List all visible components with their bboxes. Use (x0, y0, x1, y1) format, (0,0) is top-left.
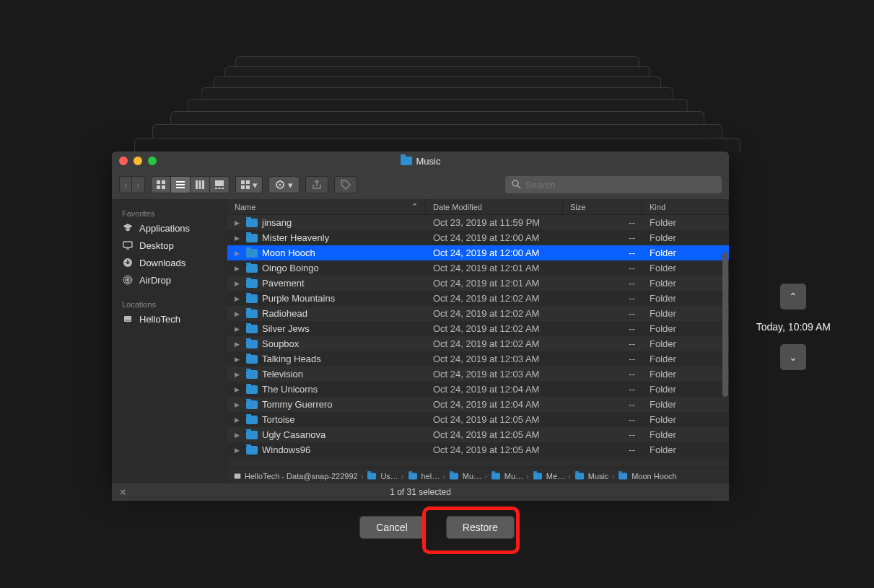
search-field[interactable] (505, 176, 722, 193)
file-row[interactable]: ▶Silver JewsOct 24, 2019 at 12:02 AM--Fo… (227, 321, 729, 336)
gallery-view-button[interactable] (209, 176, 230, 193)
svg-rect-28 (125, 320, 131, 321)
file-kind: Folder (642, 263, 729, 273)
sidebar-item-hellotech[interactable]: HelloTech (112, 310, 227, 328)
folder-icon (491, 473, 500, 479)
zoom-window-button[interactable] (148, 157, 157, 165)
disclosure-triangle-icon[interactable]: ▶ (235, 386, 242, 393)
disclosure-triangle-icon[interactable]: ▶ (235, 250, 242, 257)
sidebar-item-downloads[interactable]: Downloads (112, 254, 227, 271)
file-kind: Folder (642, 323, 729, 334)
file-size: -- (563, 444, 642, 455)
tags-button[interactable] (334, 176, 357, 193)
group-by-button[interactable]: ▾ (235, 176, 263, 193)
column-view-button[interactable] (190, 176, 209, 193)
file-row[interactable]: ▶Purple MountainsOct 24, 2019 at 12:02 A… (227, 291, 729, 306)
scrollbar-thumb[interactable] (722, 253, 728, 397)
path-segment[interactable]: HelloTech - Data@snap-222992 (233, 472, 358, 481)
folder-icon (401, 157, 412, 165)
file-size: -- (563, 217, 642, 228)
minimize-window-button[interactable] (134, 157, 142, 165)
search-input[interactable] (525, 180, 716, 190)
chevron-right-icon: › (568, 472, 571, 481)
folder-icon (246, 370, 258, 379)
file-row[interactable]: ▶Oingo BoingoOct 24, 2019 at 12:01 AM--F… (227, 260, 729, 276)
file-row[interactable]: ▶TortoiseOct 24, 2019 at 12:05 AM--Folde… (227, 412, 729, 427)
disclosure-triangle-icon[interactable]: ▶ (235, 265, 242, 272)
disclosure-triangle-icon[interactable]: ▶ (235, 401, 242, 408)
path-segment[interactable]: Moon Hooch (617, 472, 676, 481)
path-segment[interactable]: Mu… (448, 472, 481, 481)
disclosure-triangle-icon[interactable]: ▶ (235, 310, 242, 317)
sidebar-item-applications[interactable]: Applications (112, 219, 227, 237)
sidebar-item-desktop[interactable]: Desktop (112, 237, 227, 254)
timeline-down-button[interactable]: ⌄ (780, 344, 806, 370)
column-header-name[interactable]: Name⌃ (227, 199, 426, 214)
path-segment[interactable]: Me… (532, 472, 565, 481)
svg-rect-0 (157, 180, 160, 184)
disclosure-triangle-icon[interactable]: ▶ (235, 341, 242, 348)
disclosure-triangle-icon[interactable]: ▶ (235, 325, 242, 333)
column-header-size[interactable]: Size (563, 199, 642, 214)
disclosure-triangle-icon[interactable]: ▶ (235, 431, 242, 439)
file-row[interactable]: ▶jinsangOct 23, 2019 at 11:59 PM--Folder (227, 215, 729, 230)
folder-icon (246, 340, 258, 348)
icon-view-button[interactable] (151, 176, 170, 193)
file-kind: Folder (642, 247, 729, 258)
folder-icon (246, 355, 258, 364)
file-name: Ugly Casanova (262, 429, 325, 440)
sidebar: Favorites ApplicationsDesktopDownloadsAi… (112, 199, 227, 483)
back-button[interactable]: ‹ (119, 176, 131, 193)
file-row[interactable]: ▶Talking HeadsOct 24, 2019 at 12:03 AM--… (227, 351, 729, 367)
disclosure-triangle-icon[interactable]: ▶ (235, 356, 242, 363)
list-view-button[interactable] (170, 176, 190, 193)
file-row[interactable]: ▶The UnicornsOct 24, 2019 at 12:04 AM--F… (227, 382, 729, 397)
file-size: -- (563, 354, 642, 364)
close-window-button[interactable] (119, 157, 128, 165)
file-row[interactable]: ▶Ugly CasanovaOct 24, 2019 at 12:05 AM--… (227, 427, 729, 442)
traffic-lights (119, 157, 157, 165)
cancel-button[interactable]: Cancel (359, 516, 424, 539)
sidebar-item-airdrop[interactable]: AirDrop (112, 271, 227, 289)
file-row[interactable]: ▶SoupboxOct 24, 2019 at 12:02 AM--Folder (227, 336, 729, 351)
file-kind: Folder (642, 399, 729, 410)
file-row[interactable]: ▶Windows96Oct 24, 2019 at 12:05 AM--Fold… (227, 442, 729, 457)
path-segment[interactable]: Mu… (490, 472, 523, 481)
share-button[interactable] (305, 176, 328, 193)
file-list[interactable]: ▶jinsangOct 23, 2019 at 11:59 PM--Folder… (227, 215, 729, 468)
svg-rect-12 (218, 188, 220, 189)
disclosure-triangle-icon[interactable]: ▶ (235, 219, 242, 227)
file-row[interactable]: ▶Tommy GuerreroOct 24, 2019 at 12:04 AM-… (227, 397, 729, 412)
restore-button[interactable]: Restore (446, 516, 515, 539)
folder-icon (246, 310, 258, 318)
path-segment[interactable]: Us… (366, 472, 398, 481)
action-menu-button[interactable]: ▾ (268, 176, 300, 193)
file-row[interactable]: ▶Moon HoochOct 24, 2019 at 12:00 AM--Fol… (227, 245, 729, 260)
disclosure-triangle-icon[interactable]: ▶ (235, 295, 242, 302)
ghost-window (134, 138, 740, 152)
disclosure-triangle-icon[interactable]: ▶ (235, 416, 242, 424)
forward-button[interactable]: › (131, 176, 144, 193)
disclosure-triangle-icon[interactable]: ▶ (235, 371, 242, 378)
disclosure-triangle-icon[interactable]: ▶ (235, 447, 242, 454)
path-segment[interactable]: Music (574, 472, 609, 481)
file-row[interactable]: ▶TelevisionOct 24, 2019 at 12:03 AM--Fol… (227, 367, 729, 382)
folder-icon (246, 385, 258, 394)
chevron-right-icon: › (442, 472, 445, 481)
folder-icon (246, 279, 258, 288)
disclosure-triangle-icon[interactable]: ▶ (235, 280, 242, 287)
airdrop-icon (122, 274, 134, 286)
file-date: Oct 24, 2019 at 12:00 AM (426, 247, 563, 258)
file-row[interactable]: ▶RadioheadOct 24, 2019 at 12:02 AM--Fold… (227, 306, 729, 321)
path-bar[interactable]: HelloTech - Data@snap-222992›Us…›hel…›Mu… (227, 468, 729, 483)
file-row[interactable]: ▶PavementOct 24, 2019 at 12:01 AM--Folde… (227, 276, 729, 291)
file-row[interactable]: ▶Mister HeavenlyOct 24, 2019 at 12:00 AM… (227, 230, 729, 245)
sidebar-heading-locations: Locations (112, 296, 227, 310)
ghost-window (224, 66, 650, 76)
path-segment[interactable]: hel… (407, 472, 440, 481)
timeline-up-button[interactable]: ⌃ (780, 284, 806, 310)
column-header-kind[interactable]: Kind (642, 199, 729, 214)
disclosure-triangle-icon[interactable]: ▶ (235, 234, 242, 242)
svg-rect-9 (202, 180, 204, 189)
column-header-date[interactable]: Date Modified (426, 199, 563, 214)
